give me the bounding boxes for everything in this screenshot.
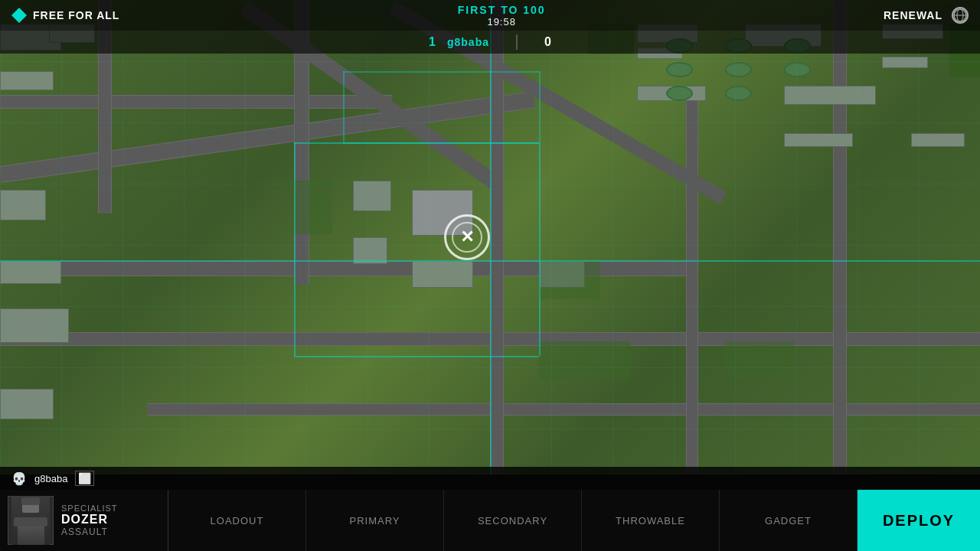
score-display: 1 g8baba 0: [0, 34, 980, 50]
timer: 19:58: [487, 16, 516, 28]
spawn-marker[interactable]: ✕: [444, 214, 490, 260]
nav-tabs: Loadout Primary Secondary Throwable Gadg…: [168, 490, 858, 551]
enemy-score: 0: [544, 35, 551, 49]
player-name-score: g8baba: [447, 36, 489, 48]
tab-secondary[interactable]: Secondary: [444, 490, 582, 551]
tab-loadout[interactable]: Loadout: [168, 490, 306, 551]
skull-icon: 💀: [11, 471, 27, 486]
top-hud: FREE FOR ALL FIRST TO 100 19:58 RENEWAL: [0, 0, 980, 31]
hud-left: FREE FOR ALL: [11, 8, 119, 23]
specialist-avatar: [8, 496, 54, 545]
deploy-button[interactable]: DEPLOY: [858, 490, 980, 551]
tab-throwable[interactable]: Throwable: [582, 490, 720, 551]
specialist-label: Specialist: [61, 504, 118, 513]
tab-primary[interactable]: Primary: [306, 490, 444, 551]
hud-center: FIRST TO 100 19:58: [458, 4, 546, 28]
tab-gadget[interactable]: Gadget: [720, 490, 858, 551]
mode-icon: [11, 8, 27, 23]
score-divider: [516, 34, 518, 50]
hud-right: RENEWAL: [884, 7, 969, 24]
status-bar: 💀 g8baba ⬜: [0, 467, 980, 490]
player-score: 1: [429, 35, 436, 49]
specialist-info: Specialist DOZER ASSAULT: [61, 504, 118, 537]
score-bar: 1 g8baba 0: [0, 31, 980, 54]
mode-label: FREE FOR ALL: [33, 9, 119, 21]
bottom-bar: Specialist DOZER ASSAULT Loadout Primary…: [0, 490, 980, 551]
screen-icon: ⬜: [75, 471, 94, 486]
specialist-name: DOZER: [61, 513, 118, 527]
globe-icon[interactable]: [952, 7, 969, 24]
specialist-class: ASSAULT: [61, 527, 118, 537]
player-name-status: g8baba: [34, 473, 67, 484]
game-mode-title: FIRST TO 100: [458, 4, 546, 16]
specialist-section: Specialist DOZER ASSAULT: [0, 490, 168, 551]
map-area[interactable]: ✕: [0, 0, 980, 474]
map-name: RENEWAL: [884, 9, 942, 21]
